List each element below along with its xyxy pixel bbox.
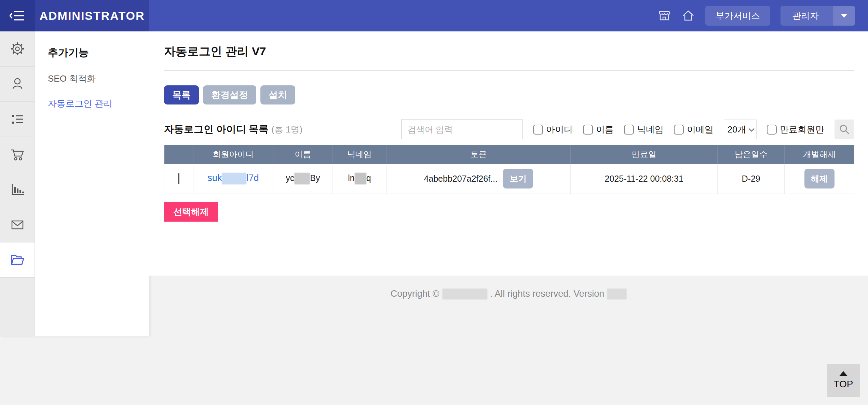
- admin-app: ADMINISTRATOR 부가서비스 관리자: [0, 0, 868, 405]
- member-id-link[interactable]: sukl7d: [207, 173, 259, 183]
- app-logo[interactable]: ADMINISTRATOR: [35, 0, 149, 31]
- row-checkbox[interactable]: [178, 173, 179, 184]
- admin-menu[interactable]: 관리자: [781, 6, 855, 26]
- stats-chart-icon: [10, 182, 25, 197]
- token-value: 4abebb207a2f26f...: [424, 174, 497, 184]
- filter-checkbox-email[interactable]: 이메일: [674, 124, 714, 136]
- autologin-table: 회원아이디 이름 닉네임 토큰 만료일 남은일수 개별해제: [164, 145, 854, 194]
- search-icon: [838, 123, 851, 136]
- page-size-value: 20개: [728, 124, 746, 136]
- store-button[interactable]: [657, 9, 671, 23]
- sidebar-menu-heading: 추가기능: [48, 46, 149, 60]
- checkbox-icon[interactable]: [767, 125, 777, 135]
- rail-item-members[interactable]: [0, 67, 35, 102]
- search-input[interactable]: [401, 120, 523, 139]
- header-select-all-cell: [164, 145, 193, 164]
- token-view-button[interactable]: 보기: [503, 169, 533, 188]
- admin-menu-label: 관리자: [781, 6, 833, 26]
- copyright-suffix: . All rights reserved. Version: [490, 289, 605, 299]
- filter-label-email: 이메일: [687, 124, 714, 136]
- search-controls: 아이디 이름 닉네임 이메일: [401, 120, 854, 139]
- list-title: 자동로그인 아이디 목록 (총 1명): [164, 123, 302, 136]
- addon-service-button[interactable]: 부가서비스: [705, 6, 770, 26]
- rail-item-settings[interactable]: [0, 31, 35, 67]
- header-member-id: 회원아이디: [193, 145, 273, 164]
- filter-label-name: 이름: [596, 124, 614, 136]
- release-cell: 해제: [785, 164, 854, 194]
- rail-item-mail[interactable]: [0, 207, 35, 242]
- header-actions: 부가서비스 관리자: [149, 0, 868, 31]
- redaction-block: [222, 173, 246, 184]
- shop-cart-icon: [10, 146, 25, 162]
- expire-date-cell: 2025-11-22 00:08:31: [571, 164, 718, 194]
- rail-item-addons[interactable]: [0, 242, 35, 278]
- top-button-label: TOP: [833, 379, 853, 390]
- rail-item-statistics[interactable]: [0, 172, 35, 207]
- checkbox-icon[interactable]: [533, 125, 543, 135]
- board-list-icon: [10, 111, 25, 127]
- home-button[interactable]: [681, 9, 695, 23]
- mail-envelope-icon: [10, 217, 25, 233]
- list-count: (총 1명): [271, 124, 302, 135]
- checkbox-icon[interactable]: [624, 125, 634, 135]
- page-title: 자동로그인 관리 V7: [164, 31, 854, 59]
- settings-gear-icon: [10, 41, 25, 57]
- home-icon: [682, 9, 695, 22]
- redaction-block: [355, 173, 366, 184]
- member-person-icon: [10, 76, 25, 92]
- content-card: 자동로그인 관리 V7 목록 환경설정 설치 자동로그인 아이디 목록 (총 1…: [149, 31, 868, 276]
- checkbox-icon[interactable]: [583, 125, 593, 135]
- header-token: 토큰: [386, 145, 571, 164]
- rail-item-shop[interactable]: [0, 137, 35, 172]
- filter-label-nickname: 닉네임: [637, 124, 664, 136]
- copyright-prefix: Copyright ©: [391, 289, 439, 299]
- filter-label-id: 아이디: [546, 124, 573, 136]
- filter-checkbox-expired-only[interactable]: 만료회원만: [767, 124, 824, 136]
- rail-item-board[interactable]: [0, 102, 35, 137]
- sidebar-item-seo[interactable]: SEO 최적화: [48, 73, 149, 85]
- header-nickname: 닉네임: [333, 145, 386, 164]
- sidebar-collapse-button[interactable]: [0, 0, 35, 31]
- tab-install[interactable]: 설치: [260, 85, 295, 104]
- header-expire-date: 만료일: [571, 145, 718, 164]
- tab-settings[interactable]: 환경설정: [203, 85, 256, 104]
- table-row: sukl7d ycBy lnq 4abebb207a2f26f... 보기 20…: [164, 164, 854, 194]
- admin-caret-button[interactable]: [833, 6, 855, 26]
- header-name: 이름: [273, 145, 333, 164]
- icon-rail: [0, 31, 35, 336]
- sidebar-item-autologin[interactable]: 자동로그인 관리: [48, 98, 149, 110]
- body-row: 추가기능 SEO 최적화 자동로그인 관리 자동로그인 관리 V7 목록 환경설…: [0, 31, 868, 405]
- page-size-select[interactable]: 20개: [724, 120, 757, 139]
- table-header-row: 회원아이디 이름 닉네임 토큰 만료일 남은일수 개별해제: [164, 145, 854, 164]
- release-button[interactable]: 해제: [804, 169, 835, 188]
- checkbox-icon[interactable]: [674, 125, 684, 135]
- store-icon: [658, 9, 671, 22]
- main-column: 자동로그인 관리 V7 목록 환경설정 설치 자동로그인 아이디 목록 (총 1…: [149, 31, 868, 405]
- sidebar: 추가기능 SEO 최적화 자동로그인 관리: [0, 31, 149, 405]
- title-divider: [164, 70, 854, 71]
- top-header: ADMINISTRATOR 부가서비스 관리자: [0, 0, 868, 31]
- tab-bar: 목록 환경설정 설치: [164, 85, 854, 104]
- list-title-text: 자동로그인 아이디 목록: [164, 124, 269, 135]
- app-logo-text: ADMINISTRATOR: [39, 9, 145, 23]
- sidebar-menu: 추가기능 SEO 최적화 자동로그인 관리: [35, 31, 149, 336]
- filter-checkbox-id[interactable]: 아이디: [533, 124, 573, 136]
- filter-checkbox-nickname[interactable]: 닉네임: [624, 124, 664, 136]
- search-button[interactable]: [835, 120, 854, 139]
- redaction-block: [294, 173, 310, 184]
- days-left-cell: D-29: [718, 164, 785, 194]
- filter-label-expired-only: 만료회원만: [780, 124, 824, 136]
- header-individual-release: 개별해제: [785, 145, 854, 164]
- arrow-up-icon: [839, 371, 847, 376]
- addon-folder-icon: [10, 252, 25, 268]
- token-cell: 4abebb207a2f26f... 보기: [386, 164, 571, 194]
- redaction-block: [607, 289, 627, 299]
- page-footer: Copyright © . All rights reserved. Versi…: [149, 276, 868, 405]
- scroll-to-top-button[interactable]: TOP: [827, 364, 860, 397]
- header-days-left: 남은일수: [718, 145, 785, 164]
- tab-list[interactable]: 목록: [164, 85, 199, 104]
- redaction-block: [442, 289, 487, 299]
- filter-checkbox-name[interactable]: 이름: [583, 124, 614, 136]
- bulk-release-button[interactable]: 선택해제: [164, 202, 218, 222]
- chevron-down-icon: [749, 126, 755, 131]
